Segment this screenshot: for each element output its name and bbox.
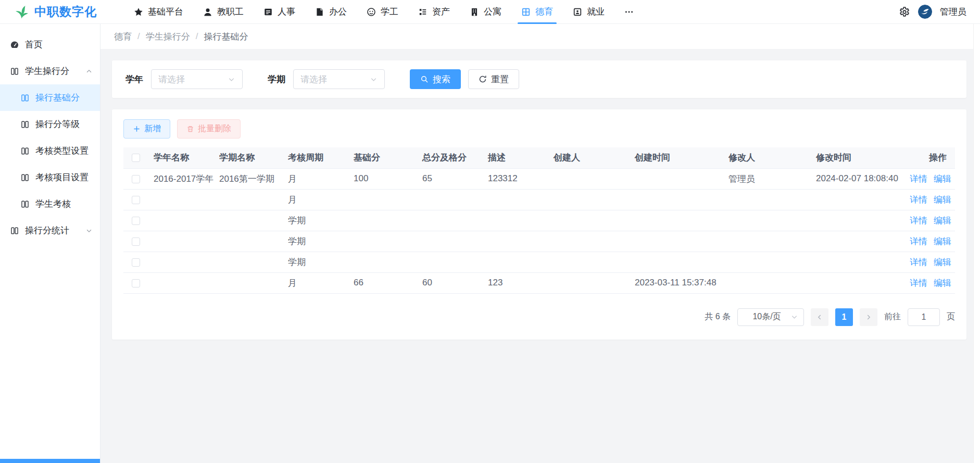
table-cell	[811, 231, 904, 252]
sidebar-item-考核项目设置[interactable]: 考核项目设置	[0, 164, 100, 191]
scrollbar-track[interactable]	[973, 24, 980, 463]
breadcrumb-separator: /	[137, 31, 140, 42]
sidebar-item-label: 学生操行分	[25, 65, 69, 77]
select-all-checkbox[interactable]	[132, 154, 140, 162]
add-button-label: 新增	[144, 123, 161, 134]
row-checkbox[interactable]	[132, 196, 140, 204]
table-cell: 月	[283, 168, 348, 189]
table-cell	[417, 210, 483, 231]
term-select[interactable]: 请选择	[293, 69, 385, 89]
year-select[interactable]: 请选择	[151, 69, 243, 89]
year-placeholder: 请选择	[158, 73, 228, 85]
column-header-学年名称: 学年名称	[148, 147, 214, 168]
breadcrumb-item[interactable]: 学生操行分	[146, 31, 190, 43]
batch-delete-button[interactable]: 批量删除	[177, 119, 241, 139]
nav-item-label: 办公	[329, 6, 347, 18]
row-action-详情[interactable]: 详情	[910, 195, 927, 205]
sidebar-collapse-bar[interactable]	[0, 459, 100, 463]
row-checkbox[interactable]	[132, 237, 140, 246]
table-cell	[148, 189, 214, 210]
reset-button-label: 重置	[491, 73, 509, 85]
chevron-left-icon	[816, 314, 823, 321]
nav-item-教职工[interactable]: 教职工	[193, 0, 254, 24]
user-name[interactable]: 管理员	[940, 6, 966, 18]
sidebar-item-学生考核[interactable]: 学生考核	[0, 191, 100, 217]
page-unit-label: 页	[947, 311, 955, 322]
row-action-详情[interactable]: 详情	[910, 257, 927, 267]
sidebar-item-首页[interactable]: 首页	[0, 31, 100, 58]
column-header-创建时间: 创建时间	[630, 147, 723, 168]
nav-item-学工[interactable]: 学工	[357, 0, 408, 24]
column-header-总分及格分: 总分及格分	[417, 147, 483, 168]
row-checkbox[interactable]	[132, 279, 140, 287]
row-checkbox[interactable]	[132, 258, 140, 267]
sidebar-item-操行分统计[interactable]: 操行分统计	[0, 217, 100, 244]
sidebar-item-学生操行分[interactable]: 学生操行分	[0, 58, 100, 84]
grid-icon	[521, 7, 531, 17]
sidebar-item-操行分等级[interactable]: 操行分等级	[0, 111, 100, 137]
table-cell	[417, 231, 483, 252]
table-cell	[630, 168, 723, 189]
top-navbar: 中职数字化 基础平台教职工人事办公学工资产公寓德育就业 管理员	[0, 0, 980, 24]
table-cell	[417, 252, 483, 272]
add-button[interactable]: 新增	[123, 119, 170, 139]
table-cell: 学期	[283, 252, 348, 272]
table-row: 2016-2017学年2016第一学期月10065123312管理员2024-0…	[123, 168, 955, 189]
nav-item-more[interactable]	[614, 0, 644, 24]
column-header-基础分: 基础分	[348, 147, 417, 168]
row-action-编辑[interactable]: 编辑	[934, 216, 951, 226]
chevron-down-icon	[370, 76, 378, 83]
row-checkbox[interactable]	[132, 175, 140, 183]
column-header-修改时间: 修改时间	[811, 147, 904, 168]
sidebar-item-操行基础分[interactable]: 操行基础分	[0, 84, 100, 111]
nav-item-公寓[interactable]: 公寓	[460, 0, 511, 24]
nav-item-资产[interactable]: 资产	[408, 0, 460, 24]
topnav-right: 管理员	[899, 5, 966, 19]
search-button-label: 搜索	[433, 73, 450, 85]
reset-button[interactable]: 重置	[468, 69, 519, 89]
app-logo[interactable]: 中职数字化	[14, 4, 116, 20]
row-checkbox-cell	[123, 231, 148, 252]
row-action-编辑[interactable]: 编辑	[934, 257, 951, 267]
page-size-select[interactable]: 10条/页	[737, 308, 804, 326]
row-action-编辑[interactable]: 编辑	[934, 278, 951, 288]
table-cell	[417, 189, 483, 210]
table-cell	[214, 252, 283, 272]
table-cell: 100	[348, 168, 417, 189]
table-cell	[214, 189, 283, 210]
plus-icon	[133, 125, 141, 133]
page-number-1[interactable]: 1	[835, 308, 853, 326]
nav-item-基础平台[interactable]: 基础平台	[124, 0, 193, 24]
prev-page-button[interactable]	[811, 308, 828, 326]
main-content: 德育 / 学生操行分 / 操行基础分 学年 请选择 学期 请选择	[100, 24, 980, 463]
next-page-button[interactable]	[860, 308, 877, 326]
row-action-详情[interactable]: 详情	[910, 216, 927, 226]
nav-item-人事[interactable]: 人事	[254, 0, 305, 24]
table-cell: 123	[483, 272, 548, 293]
row-action-编辑[interactable]: 编辑	[934, 174, 951, 184]
document-icon	[315, 7, 324, 17]
row-action-编辑[interactable]: 编辑	[934, 195, 951, 205]
row-action-详情[interactable]: 详情	[910, 236, 927, 246]
nav-item-德育[interactable]: 德育	[511, 0, 563, 24]
table-cell	[723, 272, 811, 293]
table-cell: 123312	[483, 168, 548, 189]
sidebar-item-label: 操行分统计	[25, 224, 69, 236]
goto-page-input[interactable]	[908, 308, 940, 326]
table-cell: 学期	[283, 231, 348, 252]
row-checkbox[interactable]	[132, 217, 140, 225]
row-action-详情[interactable]: 详情	[910, 278, 927, 288]
row-action-详情[interactable]: 详情	[910, 174, 927, 184]
breadcrumb-item[interactable]: 德育	[114, 31, 132, 43]
table-toolbar: 新增 批量删除	[123, 119, 955, 139]
search-button[interactable]: 搜索	[410, 69, 461, 89]
nav-item-办公[interactable]: 办公	[305, 0, 357, 24]
sidebar-item-label: 操行分等级	[35, 118, 80, 130]
gear-icon[interactable]	[899, 6, 910, 18]
nav-item-label: 基础平台	[148, 6, 183, 18]
avatar[interactable]	[918, 5, 932, 19]
sidebar-item-考核类型设置[interactable]: 考核类型设置	[0, 137, 100, 164]
row-action-编辑[interactable]: 编辑	[934, 236, 951, 246]
nav-item-就业[interactable]: 就业	[563, 0, 614, 24]
nav-item-label: 德育	[535, 6, 553, 18]
